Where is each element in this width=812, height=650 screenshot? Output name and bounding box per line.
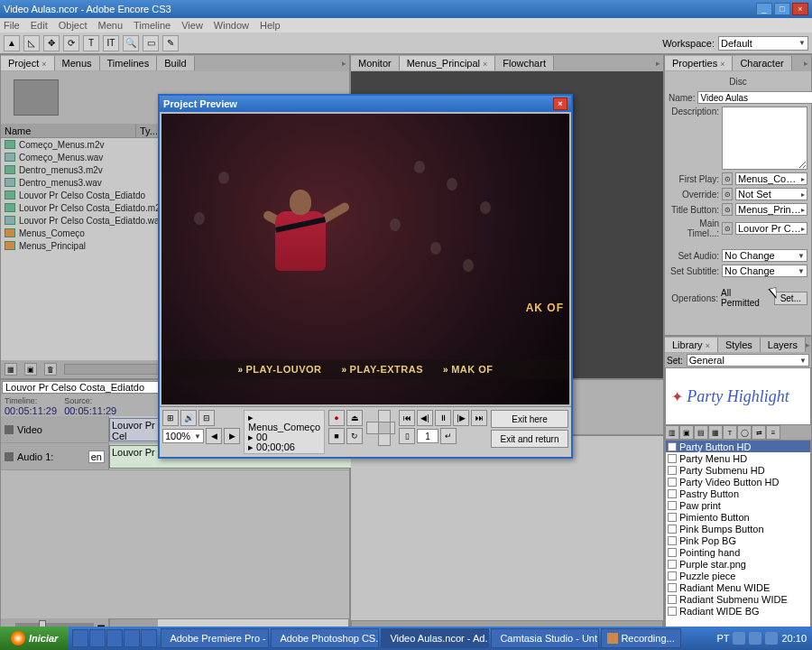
tab-properties[interactable]: Properties× — [665, 56, 733, 70]
library-item[interactable]: Pastry Button — [666, 488, 810, 499]
close-icon[interactable]: × — [483, 60, 487, 69]
library-item[interactable]: Radiant WIDE BG — [666, 605, 810, 617]
dvd-menu-play-louvor[interactable]: »PLAY-LOUVOR — [237, 364, 321, 375]
checkbox[interactable] — [668, 607, 677, 616]
taskbar-task[interactable]: Recording... — [601, 628, 680, 648]
checkbox[interactable] — [668, 595, 677, 604]
stop-button[interactable]: ■ — [328, 428, 345, 444]
checkbox[interactable] — [668, 478, 677, 487]
menu-help[interactable]: Help — [260, 20, 281, 31]
subtitle-button[interactable]: ⊟ — [198, 410, 215, 426]
checkbox[interactable] — [668, 501, 677, 510]
menu-window[interactable]: Window — [214, 20, 249, 31]
menu-timeline[interactable]: Timeline — [134, 20, 171, 31]
menu-view[interactable]: View — [181, 20, 203, 31]
taskbar-task[interactable]: Adobe Premiere Pro - ... — [161, 628, 269, 648]
minimize-button[interactable]: _ — [756, 3, 772, 15]
library-list[interactable]: Party Button HDParty Menu HDParty Submen… — [665, 440, 811, 631]
filter-bg-button[interactable]: ▦ — [708, 425, 723, 440]
library-item[interactable]: Radiant Submenu WIDE — [666, 593, 810, 605]
selection-tool[interactable]: ▲ — [4, 35, 20, 51]
checkbox[interactable] — [668, 548, 677, 557]
filter-replace-button[interactable]: ⇄ — [752, 425, 766, 440]
menu-edit[interactable]: Edit — [31, 20, 48, 31]
pause-button[interactable]: ⏸ — [435, 410, 451, 426]
library-item[interactable]: Pink Pop BG — [666, 534, 810, 546]
menu-file[interactable]: File — [4, 20, 20, 31]
tray-icon[interactable] — [765, 632, 778, 645]
dialog-close-button[interactable]: × — [553, 98, 567, 110]
new-item-button[interactable]: ▦ — [5, 363, 17, 376]
panel-menu-icon[interactable]: ▸ — [338, 59, 349, 68]
video-track-header[interactable]: Video — [1, 416, 109, 442]
tab-build[interactable]: Build — [157, 56, 194, 70]
audio-track-header[interactable]: Audio 1: en — [1, 443, 109, 469]
loop-button[interactable]: ↻ — [346, 428, 363, 444]
tray-icon[interactable] — [749, 632, 761, 645]
checkbox[interactable] — [668, 466, 677, 475]
quicklaunch-app[interactable] — [141, 629, 157, 647]
set-subtitle-dropdown[interactable]: No Change▼ — [722, 265, 807, 277]
panel-menu-icon[interactable]: ▸ — [800, 59, 811, 68]
exit-here-button[interactable]: Exit here — [491, 410, 568, 428]
dpad-up[interactable] — [378, 410, 391, 422]
library-item[interactable]: Party Submenu HD — [666, 464, 810, 476]
render-button[interactable]: ⊞ — [162, 410, 179, 426]
library-item[interactable]: Puzzle piece — [666, 570, 810, 581]
skip-fwd-button[interactable]: ⏭ — [471, 410, 487, 426]
library-item[interactable]: Pink Bumps Button — [666, 523, 810, 534]
exit-return-button[interactable]: Exit and return — [491, 430, 568, 448]
video-clip[interactable]: Louvor Pr Cel — [109, 418, 163, 441]
tab-monitor[interactable]: Monitor — [351, 56, 400, 70]
filter-images-button[interactable]: ▤ — [694, 425, 708, 440]
col-name[interactable]: Name — [1, 124, 136, 137]
tab-styles[interactable]: Styles — [718, 338, 761, 352]
pickwhip-icon[interactable]: ⊙ — [722, 222, 733, 235]
start-button[interactable]: Iniciar — [0, 627, 69, 650]
audio-lang[interactable]: en — [88, 450, 105, 463]
checkbox[interactable] — [668, 489, 677, 498]
menu-menu[interactable]: Menu — [98, 20, 124, 31]
first-play-dropdown[interactable]: Menus_Começo:Def▸ — [735, 172, 807, 185]
pickwhip-icon[interactable]: ⊙ — [722, 203, 733, 216]
library-item[interactable]: Pointing hand — [666, 546, 810, 558]
rotate-tool[interactable]: ⟳ — [63, 35, 79, 51]
eye-icon[interactable] — [5, 425, 14, 434]
library-item[interactable]: Paw print — [666, 499, 810, 511]
rect-tool[interactable]: ▭ — [143, 35, 159, 51]
quicklaunch-media[interactable] — [124, 629, 140, 647]
checkbox[interactable] — [668, 536, 677, 545]
filter-text-button[interactable]: T — [723, 425, 737, 440]
preview-viewport[interactable]: AK OF »PLAY-LOUVOR »PLAY-EXTRAS »MAK OF — [161, 114, 569, 404]
direct-select-tool[interactable]: ◺ — [23, 35, 40, 51]
taskbar-task[interactable]: Camtasia Studio - Unt... — [491, 628, 599, 648]
quicklaunch-ie[interactable] — [89, 629, 106, 647]
delete-button[interactable]: 🗑 — [44, 363, 57, 376]
quicklaunch-msn[interactable] — [106, 629, 123, 647]
tab-character[interactable]: Character — [733, 56, 791, 70]
step-back-button[interactable]: ◀| — [417, 410, 433, 426]
frame-field[interactable] — [417, 429, 438, 443]
dpad-enter[interactable] — [378, 422, 391, 434]
checkbox[interactable] — [668, 525, 677, 534]
timeline-pos[interactable]: 00:05:11:29 — [5, 405, 57, 416]
override-dropdown[interactable]: Not Set▸ — [735, 188, 807, 200]
checkbox[interactable] — [668, 583, 677, 592]
speaker-icon[interactable] — [5, 452, 14, 461]
dvd-menu-play-extras[interactable]: »PLAY-EXTRAS — [341, 364, 423, 375]
skip-back-button[interactable]: ⏮ — [399, 410, 415, 426]
zoom-tool[interactable]: 🔍 — [123, 35, 139, 51]
vertical-text-tool[interactable]: IT — [103, 35, 119, 51]
step-fwd-button[interactable]: |▶ — [453, 410, 469, 426]
panel-menu-icon[interactable]: ▸ — [806, 340, 811, 349]
library-item[interactable]: Purple star.png — [666, 558, 810, 570]
checkbox[interactable] — [668, 513, 677, 522]
tab-timelines[interactable]: Timelines — [100, 56, 158, 70]
maximize-button[interactable]: □ — [774, 3, 790, 15]
audio-button[interactable]: 🔊 — [180, 410, 197, 426]
description-field[interactable] — [722, 107, 807, 170]
return-button[interactable]: ↵ — [440, 428, 457, 444]
prev-button[interactable]: ◀ — [206, 428, 222, 444]
tab-menus-principal[interactable]: Menus_Principal× — [400, 56, 496, 70]
dpad-left[interactable] — [366, 422, 379, 434]
